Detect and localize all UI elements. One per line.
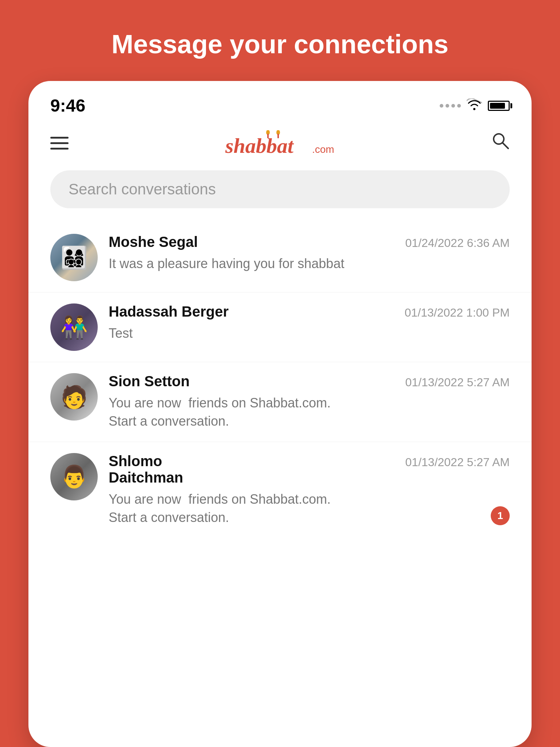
conversation-time-hadassah-berger: 01/13/2022 1:00 PM bbox=[405, 306, 510, 320]
conversation-item-sion-setton[interactable]: Sion Setton 01/13/2022 5:27 AM You are n… bbox=[28, 362, 532, 442]
unread-badge-shlomo-daitchman: 1 bbox=[491, 506, 510, 525]
conversation-header-shlomo-daitchman: ShlomoDaitchman 01/13/2022 5:27 AM bbox=[109, 453, 510, 486]
hamburger-menu-icon[interactable] bbox=[50, 137, 69, 150]
conversation-item-moshe-segal[interactable]: Moshe Segal 01/24/2022 6:36 AM It was a … bbox=[28, 223, 532, 293]
phone-card: 9:46 bbox=[28, 81, 532, 747]
conversation-item-hadassah-berger[interactable]: Hadassah Berger 01/13/2022 1:00 PM Test bbox=[28, 293, 532, 362]
contact-name-moshe-segal: Moshe Segal bbox=[109, 234, 198, 250]
contact-name-shlomo-daitchman: ShlomoDaitchman bbox=[109, 453, 183, 486]
hamburger-line-3 bbox=[50, 148, 69, 150]
signal-dot-2 bbox=[446, 104, 449, 108]
conversation-item-shlomo-daitchman[interactable]: ShlomoDaitchman 01/13/2022 5:27 AM You a… bbox=[28, 442, 532, 538]
signal-icon bbox=[440, 104, 461, 108]
status-bar: 9:46 bbox=[28, 81, 532, 123]
search-nav-icon[interactable] bbox=[491, 132, 510, 154]
page-title: Message your connections bbox=[112, 29, 448, 59]
conversations-list: Moshe Segal 01/24/2022 6:36 AM It was a … bbox=[28, 219, 532, 747]
logo-svg: shabbat .com bbox=[222, 130, 338, 156]
avatar-hadassah-berger bbox=[50, 303, 98, 351]
brand-logo: shabbat .com bbox=[222, 130, 338, 156]
conversation-header-moshe-segal: Moshe Segal 01/24/2022 6:36 AM bbox=[109, 234, 510, 250]
status-time: 9:46 bbox=[50, 96, 85, 116]
avatar-sion-setton bbox=[50, 373, 98, 421]
conversation-content-shlomo-daitchman: ShlomoDaitchman 01/13/2022 5:27 AM You a… bbox=[109, 453, 510, 527]
avatar-moshe-segal bbox=[50, 234, 98, 281]
battery-icon bbox=[488, 101, 510, 111]
conversation-content-hadassah-berger: Hadassah Berger 01/13/2022 1:00 PM Test bbox=[109, 303, 510, 342]
signal-dot-1 bbox=[440, 104, 443, 108]
search-input[interactable]: Search conversations bbox=[50, 170, 510, 208]
search-bar-container: Search conversations bbox=[28, 167, 532, 219]
wifi-icon bbox=[467, 98, 482, 113]
conversation-content-sion-setton: Sion Setton 01/13/2022 5:27 AM You are n… bbox=[109, 373, 510, 431]
contact-name-hadassah-berger: Hadassah Berger bbox=[109, 303, 229, 320]
svg-text:.com: .com bbox=[312, 144, 334, 155]
search-placeholder: Search conversations bbox=[69, 181, 216, 198]
conversation-header-sion-setton: Sion Setton 01/13/2022 5:27 AM bbox=[109, 373, 510, 390]
conversation-preview-shlomo-daitchman: You are now friends on Shabbat.com.Start… bbox=[109, 490, 510, 527]
hamburger-line-2 bbox=[50, 142, 69, 144]
conversation-header-hadassah-berger: Hadassah Berger 01/13/2022 1:00 PM bbox=[109, 303, 510, 320]
contact-name-sion-setton: Sion Setton bbox=[109, 373, 190, 390]
battery-fill bbox=[490, 103, 505, 109]
conversation-preview-hadassah-berger: Test bbox=[109, 324, 510, 342]
hamburger-line-1 bbox=[50, 137, 69, 139]
avatar-shlomo-daitchman bbox=[50, 453, 98, 500]
conversation-preview-sion-setton: You are now friends on Shabbat.com.Start… bbox=[109, 394, 510, 431]
conversation-time-moshe-segal: 01/24/2022 6:36 AM bbox=[405, 236, 510, 250]
status-icons bbox=[440, 98, 510, 113]
conversation-preview-moshe-segal: It was a pleasure having you for shabbat bbox=[109, 255, 510, 273]
signal-dot-3 bbox=[451, 104, 455, 108]
signal-dot-4 bbox=[457, 104, 461, 108]
conversation-content-moshe-segal: Moshe Segal 01/24/2022 6:36 AM It was a … bbox=[109, 234, 510, 273]
svg-text:shabbat: shabbat bbox=[225, 134, 294, 156]
page-header: Message your connections bbox=[0, 0, 560, 81]
conversation-time-shlomo-daitchman: 01/13/2022 5:27 AM bbox=[405, 456, 510, 469]
app-navbar: shabbat .com bbox=[28, 123, 532, 167]
svg-line-7 bbox=[503, 143, 508, 148]
conversation-time-sion-setton: 01/13/2022 5:27 AM bbox=[405, 376, 510, 389]
